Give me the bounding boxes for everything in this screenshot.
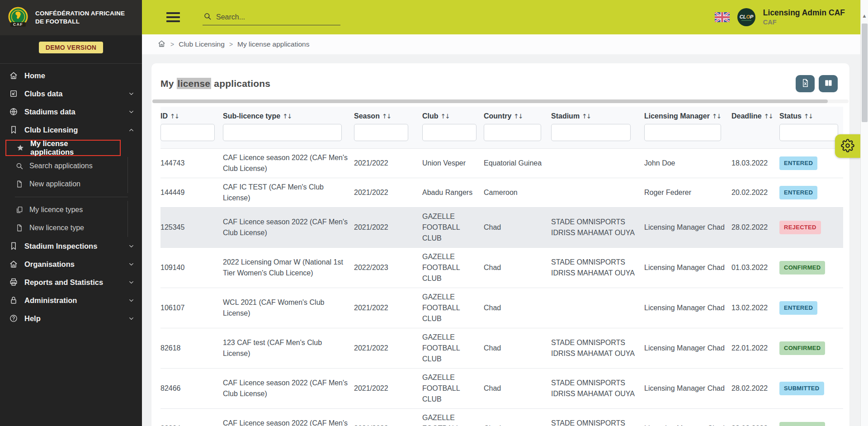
search-icon (203, 12, 212, 22)
cell-licensing-manager: Roger Federer (644, 178, 731, 208)
sort-icon[interactable]: ↑↓ (441, 113, 449, 120)
cell-season: 2021/2022 (354, 149, 422, 178)
table-row[interactable]: 1091402022 Licensing Omar W (National 1s… (160, 248, 843, 288)
table-row[interactable]: 82618123 CAF test (CAF Men's Club Licens… (160, 328, 843, 369)
cell-season: 2021/2022 (354, 208, 422, 248)
sidebar-item-label: Club Licensing (24, 126, 78, 134)
sort-icon[interactable]: ↑↓ (170, 113, 179, 120)
table-row[interactable]: 144743CAF Licence season 2022 (CAF Men's… (160, 149, 843, 178)
sidebar-item-new-application[interactable]: New application (0, 175, 142, 193)
cell-deadline: 01.03.2022 (731, 248, 779, 288)
column-label: Status (779, 112, 802, 120)
filter-cell-stadium (551, 121, 644, 149)
sidebar-item-label: New application (29, 180, 80, 188)
sidebar-item-label: My licence types (29, 206, 83, 214)
cell-deadline: 22.01.2022 (731, 328, 779, 369)
cell-country: Chad (484, 248, 551, 288)
filter-input-stadium[interactable] (551, 124, 631, 141)
uk-flag-icon[interactable] (715, 12, 730, 22)
applications-table: ID↑↓Sub-licence type↑↓Season↑↓Club↑↓Coun… (160, 107, 843, 426)
sidebar-item-stadium-inspections[interactable]: Stadium Inspections (0, 237, 142, 255)
export-excel-button[interactable] (796, 75, 815, 92)
cell-id: 82618 (160, 328, 223, 369)
sort-icon[interactable]: ↑↓ (582, 113, 590, 120)
cell-stadium (551, 149, 644, 178)
filter-input-club[interactable] (422, 124, 476, 141)
breadcrumb: > Club Licensing > My license applicatio… (142, 34, 860, 54)
cell-sublicence-type: 2022 Licensing Omar W (National 1st Tier… (223, 248, 354, 288)
cell-status: ENTERED (779, 288, 843, 328)
cell-sublicence-type: CAF Licence season 2022 (CAF Men's Club … (223, 208, 354, 248)
svg-text:CAF: CAF (13, 22, 23, 27)
sidebar-item-stadiums-data[interactable]: Stadiums data (0, 103, 142, 121)
sort-icon[interactable]: ↑↓ (712, 113, 721, 120)
sidebar-item-clubs-data[interactable]: Clubs data (0, 85, 142, 103)
cell-season: 2021/2022 (354, 369, 422, 409)
search-box[interactable] (203, 9, 340, 25)
hamburger-menu-button[interactable] (166, 10, 180, 25)
table-row[interactable]: 82466CAF Licence season 2022 (CAF Men's … (160, 369, 843, 409)
sort-icon[interactable]: ↑↓ (382, 113, 391, 120)
sort-icon[interactable]: ↑↓ (804, 113, 812, 120)
sidebar-item-my-license-applications[interactable]: My license applications (5, 140, 121, 156)
sidebar-item-administration[interactable]: Administration (0, 291, 142, 309)
chevron-down-icon (128, 279, 135, 286)
filter-input-sub-licence-type[interactable] (223, 124, 342, 141)
filter-input-licensing-manager[interactable] (644, 124, 721, 141)
submenu-divider (15, 197, 128, 197)
sidebar-item-new-licence-type[interactable]: New licence type (0, 219, 142, 237)
cell-stadium: STADE OMNISPORTS IDRISS MAHAMAT OUYA (551, 248, 644, 288)
horizontal-scrollbar-thumb[interactable] (152, 99, 828, 103)
sidebar-item-club-licensing[interactable]: Club Licensing (0, 121, 142, 139)
chevron-down-icon (128, 297, 135, 304)
sidebar-item-my-licence-types[interactable]: My licence types (0, 201, 142, 219)
demo-version-badge: DEMO VERSION (39, 42, 104, 53)
filter-input-status[interactable] (779, 124, 838, 141)
cell-id: 144449 (160, 178, 223, 208)
vertical-scrollbar-thumb[interactable] (862, 24, 868, 122)
columns-button[interactable] (819, 75, 838, 92)
search-input[interactable] (216, 13, 331, 21)
table-row[interactable]: 106107WCL 2021 (CAF Women's Club License… (160, 288, 843, 328)
filter-input-id[interactable] (160, 124, 215, 141)
cell-licensing-manager: Licensing Manager Chad (644, 288, 731, 328)
cell-stadium (551, 288, 644, 328)
filter-input-country[interactable] (484, 124, 541, 141)
horizontal-scrollbar[interactable] (152, 99, 849, 103)
sidebar-item-home[interactable]: Home (0, 66, 142, 85)
sidebar-item-organisations[interactable]: Organisations (0, 255, 142, 273)
home-icon[interactable] (157, 39, 166, 50)
cell-season: 2021/2022 (354, 328, 422, 369)
lock-icon (9, 295, 19, 305)
cell-club: GAZELLE FOOTBALL CLUB (422, 409, 484, 426)
filter-input-season[interactable] (354, 124, 408, 141)
cell-club: GAZELLE FOOTBALL CLUB (422, 208, 484, 248)
sort-icon[interactable]: ↑↓ (283, 113, 291, 120)
col-header-status: Status↑↓ (779, 107, 843, 121)
table-row[interactable]: 144449CAF IC TEST (CAF Men's Club Licens… (160, 178, 843, 208)
sort-icon[interactable]: ↑↓ (514, 113, 522, 120)
cell-status: SUBMITTED (779, 369, 843, 409)
sidebar-item-label: Administration (24, 296, 77, 305)
settings-gear-button[interactable] (835, 134, 860, 158)
scrollbar-up-arrow[interactable]: ▲ (861, 14, 868, 18)
breadcrumb-separator: > (170, 41, 174, 48)
cell-sublicence-type: CAF Licence season 2022 (CAF Men's Club … (223, 369, 354, 409)
sort-icon[interactable]: ↑↓ (764, 113, 773, 120)
cell-country: Chad (484, 369, 551, 409)
cell-season: 2022/2023 (354, 248, 422, 288)
chevron-down-icon (128, 90, 135, 97)
avatar[interactable]: CLOP (737, 8, 755, 26)
user-menu[interactable]: Licensing Admin CAF CAF (763, 8, 845, 26)
sidebar-item-reports-and-statistics[interactable]: Reports and Statistics (0, 273, 142, 291)
table-row[interactable]: 82394CAF Licence season 2022 (CAF Men's … (160, 409, 843, 426)
vertical-scrollbar[interactable]: ▲ (860, 0, 868, 426)
sidebar-item-search-applications[interactable]: Search applications (0, 157, 142, 175)
chevron-up-icon (128, 127, 135, 133)
sidebar-item-label: Search applications (29, 162, 93, 170)
sidebar-item-help[interactable]: Help (0, 309, 142, 327)
col-header-country: Country↑↓ (484, 107, 551, 121)
breadcrumb-club-licensing[interactable]: Club Licensing (179, 40, 225, 48)
table-row[interactable]: 125345CAF Licence season 2022 (CAF Men's… (160, 208, 843, 248)
chevron-down-icon (128, 109, 135, 115)
